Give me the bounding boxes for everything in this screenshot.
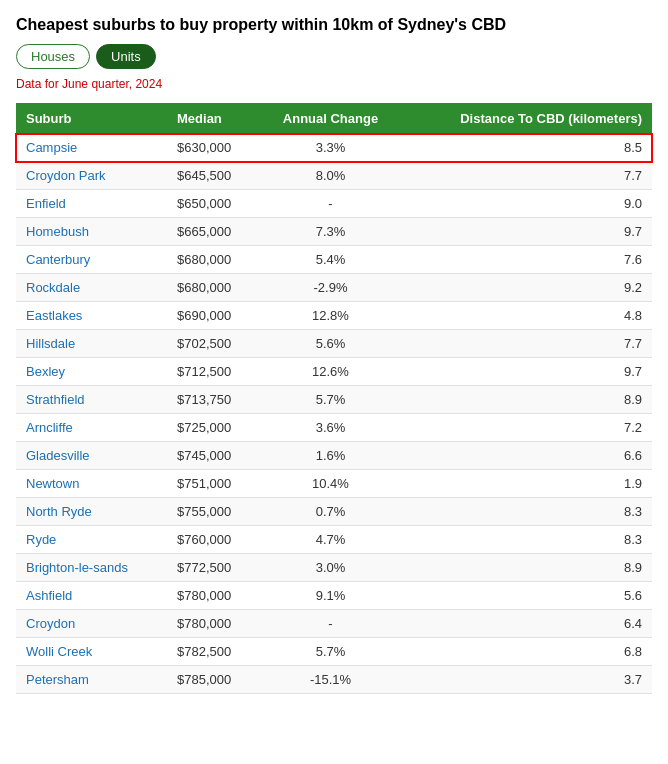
cell-suburb: Wolli Creek (16, 638, 167, 666)
cell-distance: 7.7 (402, 330, 652, 358)
cell-median: $650,000 (167, 190, 259, 218)
cell-distance: 7.2 (402, 414, 652, 442)
table-row: Croydon$780,000-6.4 (16, 610, 652, 638)
cell-distance: 6.4 (402, 610, 652, 638)
cell-distance: 5.6 (402, 582, 652, 610)
cell-suburb: Ashfield (16, 582, 167, 610)
cell-annual-change: 12.8% (259, 302, 402, 330)
cell-median: $782,500 (167, 638, 259, 666)
cell-suburb: Croydon (16, 610, 167, 638)
cell-median: $702,500 (167, 330, 259, 358)
cell-median: $725,000 (167, 414, 259, 442)
cell-annual-change: 3.3% (259, 134, 402, 162)
cell-distance: 8.9 (402, 386, 652, 414)
cell-median: $712,500 (167, 358, 259, 386)
table-row: Enfield$650,000-9.0 (16, 190, 652, 218)
cell-median: $645,500 (167, 162, 259, 190)
table-row: Ashfield$780,0009.1%5.6 (16, 582, 652, 610)
cell-suburb: North Ryde (16, 498, 167, 526)
tab-houses[interactable]: Houses (16, 44, 90, 69)
cell-median: $751,000 (167, 470, 259, 498)
cell-distance: 8.3 (402, 498, 652, 526)
cell-distance: 8.9 (402, 554, 652, 582)
cell-annual-change: 7.3% (259, 218, 402, 246)
cell-distance: 9.7 (402, 218, 652, 246)
cell-median: $780,000 (167, 610, 259, 638)
cell-suburb: Campsie (16, 134, 167, 162)
cell-median: $785,000 (167, 666, 259, 694)
cell-annual-change: 0.7% (259, 498, 402, 526)
table-row: Campsie$630,0003.3%8.5 (16, 134, 652, 162)
cell-suburb: Eastlakes (16, 302, 167, 330)
cell-distance: 8.3 (402, 526, 652, 554)
table-row: Canterbury$680,0005.4%7.6 (16, 246, 652, 274)
table-body: Campsie$630,0003.3%8.5Croydon Park$645,5… (16, 134, 652, 694)
cell-distance: 3.7 (402, 666, 652, 694)
cell-suburb: Hillsdale (16, 330, 167, 358)
cell-annual-change: 4.7% (259, 526, 402, 554)
cell-median: $760,000 (167, 526, 259, 554)
cell-annual-change: 3.6% (259, 414, 402, 442)
cell-distance: 7.7 (402, 162, 652, 190)
cell-annual-change: 8.0% (259, 162, 402, 190)
cell-median: $630,000 (167, 134, 259, 162)
cell-distance: 9.2 (402, 274, 652, 302)
table-row: North Ryde$755,0000.7%8.3 (16, 498, 652, 526)
cell-annual-change: 9.1% (259, 582, 402, 610)
cell-annual-change: 5.7% (259, 638, 402, 666)
table-row: Brighton-le-sands$772,5003.0%8.9 (16, 554, 652, 582)
cell-annual-change: - (259, 610, 402, 638)
table-row: Arncliffe$725,0003.6%7.2 (16, 414, 652, 442)
cell-median: $745,000 (167, 442, 259, 470)
header-annual-change: Annual Change (259, 103, 402, 134)
cell-suburb: Strathfield (16, 386, 167, 414)
cell-median: $772,500 (167, 554, 259, 582)
cell-suburb: Enfield (16, 190, 167, 218)
cell-distance: 6.8 (402, 638, 652, 666)
cell-suburb: Canterbury (16, 246, 167, 274)
cell-median: $780,000 (167, 582, 259, 610)
header-distance: Distance To CBD (kilometers) (402, 103, 652, 134)
cell-annual-change: -15.1% (259, 666, 402, 694)
table-row: Gladesville$745,0001.6%6.6 (16, 442, 652, 470)
cell-median: $680,000 (167, 274, 259, 302)
cell-median: $680,000 (167, 246, 259, 274)
table-row: Rockdale$680,000-2.9%9.2 (16, 274, 652, 302)
table-row: Hillsdale$702,5005.6%7.7 (16, 330, 652, 358)
cell-suburb: Bexley (16, 358, 167, 386)
table-row: Croydon Park$645,5008.0%7.7 (16, 162, 652, 190)
cell-annual-change: 5.6% (259, 330, 402, 358)
header-median: Median (167, 103, 259, 134)
cell-annual-change: - (259, 190, 402, 218)
header-suburb: Suburb (16, 103, 167, 134)
page-title: Cheapest suburbs to buy property within … (16, 16, 652, 34)
tab-group: Houses Units (16, 44, 652, 69)
cell-annual-change: 12.6% (259, 358, 402, 386)
cell-annual-change: 1.6% (259, 442, 402, 470)
cell-annual-change: 5.4% (259, 246, 402, 274)
cell-suburb: Petersham (16, 666, 167, 694)
table-header: Suburb Median Annual Change Distance To … (16, 103, 652, 134)
table-row: Newtown$751,00010.4%1.9 (16, 470, 652, 498)
table-row: Strathfield$713,7505.7%8.9 (16, 386, 652, 414)
cell-annual-change: -2.9% (259, 274, 402, 302)
cell-distance: 9.7 (402, 358, 652, 386)
tab-units[interactable]: Units (96, 44, 156, 69)
cell-distance: 4.8 (402, 302, 652, 330)
cell-suburb: Rockdale (16, 274, 167, 302)
cell-distance: 1.9 (402, 470, 652, 498)
table-row: Ryde$760,0004.7%8.3 (16, 526, 652, 554)
table-row: Homebush$665,0007.3%9.7 (16, 218, 652, 246)
table-row: Petersham$785,000-15.1%3.7 (16, 666, 652, 694)
cell-distance: 6.6 (402, 442, 652, 470)
cell-annual-change: 10.4% (259, 470, 402, 498)
cell-annual-change: 3.0% (259, 554, 402, 582)
cell-distance: 8.5 (402, 134, 652, 162)
cell-distance: 7.6 (402, 246, 652, 274)
table-row: Wolli Creek$782,5005.7%6.8 (16, 638, 652, 666)
cell-median: $690,000 (167, 302, 259, 330)
property-table: Suburb Median Annual Change Distance To … (16, 103, 652, 694)
cell-suburb: Newtown (16, 470, 167, 498)
cell-suburb: Brighton-le-sands (16, 554, 167, 582)
cell-annual-change: 5.7% (259, 386, 402, 414)
